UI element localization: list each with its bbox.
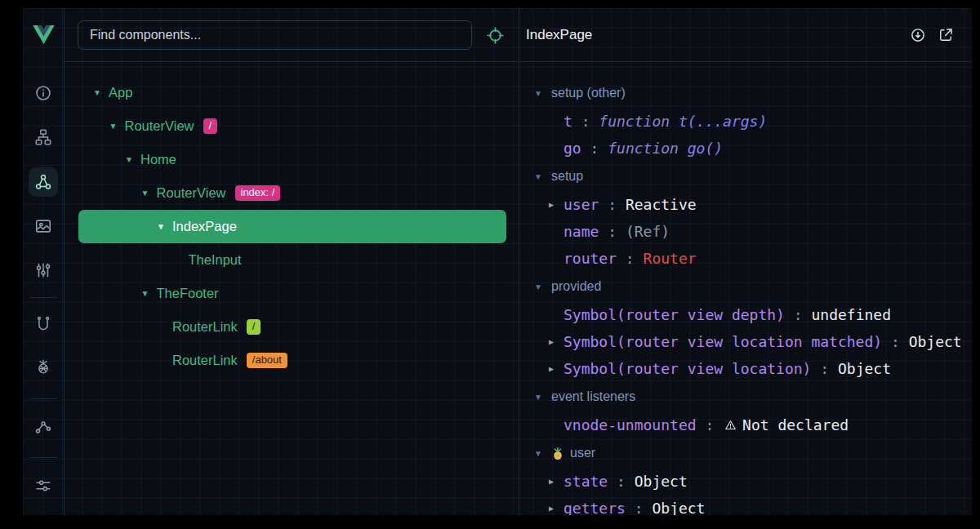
sidebar-divider [29, 297, 57, 298]
sidebar-divider [29, 398, 57, 399]
state-key: Symbol(router view location matched) [564, 333, 882, 350]
state-inspector: ▼setup (other)t : function t(...args)go … [519, 62, 972, 515]
inspector-header: IndexPage [519, 8, 972, 61]
settings-icon[interactable] [29, 471, 58, 500]
route-badge: index: / [235, 185, 281, 202]
tree-node-home-2[interactable]: ▼Home [78, 143, 506, 176]
tree-node-routerlink-8[interactable]: RouterLink/about [78, 344, 506, 377]
key-value-separator: : [811, 360, 838, 377]
section-header-setup[interactable]: ▼setup [534, 162, 962, 191]
state-value: Object [652, 500, 705, 515]
collapse-arrow-icon: ▼ [534, 89, 551, 98]
state-row-Symbol-router-view-location-matched-[interactable]: ▶Symbol(router view location matched) : … [534, 328, 962, 355]
expand-arrow-icon[interactable]: ▼ [157, 222, 172, 231]
tree-node-routerview-3[interactable]: ▼RouterViewindex: / [78, 176, 506, 210]
pinia-icon[interactable] [29, 351, 58, 380]
expand-arrow-icon[interactable]: ▼ [141, 289, 157, 298]
tree-node-routerlink-7[interactable]: RouterLink/ [78, 310, 506, 344]
state-key: name [564, 223, 599, 240]
state-key: state [564, 473, 608, 490]
sidebar [23, 8, 65, 515]
state-key: t [564, 113, 572, 130]
section-header-setup-other-[interactable]: ▼setup (other) [534, 78, 962, 108]
tree-node-indexpage-4[interactable]: ▼IndexPage [78, 210, 506, 243]
expand-arrow-icon[interactable]: ▼ [125, 155, 140, 164]
tree-node-label: App [109, 85, 132, 100]
section-header-user[interactable]: ▼user [534, 438, 962, 468]
state-row-state[interactable]: ▶state : Object [534, 468, 962, 495]
collapse-arrow-icon: ▼ [534, 282, 551, 291]
tree-node-theinput-5[interactable]: TheInput [78, 243, 506, 277]
state-row-Symbol-router-view-depth-: Symbol(router view depth) : undefined [534, 301, 962, 328]
section-title: provided [551, 279, 601, 294]
expand-arrow-icon[interactable]: ▶ [549, 200, 564, 209]
expand-arrow-icon[interactable]: ▼ [141, 189, 157, 198]
function-keyword: function [599, 113, 679, 130]
sidebar-divider [29, 457, 57, 458]
key-value-separator: : [581, 140, 608, 157]
state-value: Reactive [626, 196, 697, 213]
state-row-vnode-unmounted: vnode-unmounted : Not declared [534, 411, 962, 438]
key-value-separator: : [608, 473, 635, 490]
section-header-event-listeners[interactable]: ▼event listeners [534, 382, 962, 411]
select-component-in-page-icon[interactable] [482, 22, 508, 48]
state-value: undefined [811, 306, 891, 323]
state-key: getters [564, 500, 626, 515]
inspector-header-actions [908, 25, 956, 45]
pages-icon[interactable] [29, 211, 58, 241]
scroll-to-component-icon[interactable] [908, 25, 928, 45]
expand-arrow-icon[interactable]: ▶ [549, 364, 564, 373]
state-row-Symbol-router-view-location-[interactable]: ▶Symbol(router view location) : Object [534, 355, 962, 382]
tree-node-app-0[interactable]: ▼App [78, 76, 506, 109]
state-key: Symbol(router view depth) [564, 306, 785, 323]
levels-icon[interactable] [29, 256, 58, 285]
collapse-arrow-icon: ▼ [534, 172, 551, 181]
key-value-separator: : [617, 250, 644, 267]
key-value-separator: : [697, 416, 724, 433]
vue-devtools-window: IndexPage ▼App▼RouterView/▼Home▼RouterVi… [23, 8, 972, 515]
route-badge: / [203, 118, 218, 135]
state-value: Not declared [742, 416, 849, 433]
expand-arrow-icon[interactable]: ▶ [549, 337, 564, 346]
key-value-separator: : [599, 196, 626, 213]
state-value: Router [644, 250, 697, 267]
key-value-separator: : [882, 333, 909, 350]
components-icon[interactable] [29, 167, 58, 197]
expand-arrow-icon[interactable]: ▶ [549, 477, 564, 486]
expand-arrow-icon[interactable]: ▼ [93, 88, 109, 97]
state-row-user[interactable]: ▶user : Reactive [534, 191, 962, 218]
key-value-separator: : [626, 500, 653, 515]
state-value: Object [635, 473, 688, 490]
function-keyword: function [608, 140, 688, 157]
tree-node-label: TheInput [189, 252, 242, 268]
section-header-provided[interactable]: ▼provided [534, 272, 962, 301]
state-row-getters[interactable]: ▶getters : Object [534, 495, 962, 515]
search-input[interactable] [78, 20, 472, 50]
component-tree: ▼App▼RouterView/▼Home▼RouterViewindex: /… [65, 62, 519, 515]
hierarchy-icon[interactable] [29, 122, 58, 152]
state-key: user [564, 196, 599, 213]
tree-node-label: RouterView [157, 185, 226, 201]
tree-node-label: IndexPage [172, 219, 237, 234]
key-value-separator: : [572, 113, 599, 130]
tree-node-routerview-1[interactable]: ▼RouterView/ [78, 109, 506, 143]
collapse-arrow-icon: ▼ [534, 449, 551, 458]
tree-node-thefooter-6[interactable]: ▼TheFooter [78, 277, 506, 310]
info-icon[interactable] [29, 78, 58, 108]
state-value: Object [838, 360, 891, 377]
timeline-icon[interactable] [29, 412, 58, 442]
function-signature: t(...args) [679, 113, 767, 130]
pinia-store-icon [551, 446, 564, 460]
section-title: event listeners [551, 389, 635, 404]
collapse-arrow-icon: ▼ [534, 393, 551, 402]
routes-icon[interactable] [29, 309, 58, 339]
tree-node-label: RouterLink [172, 319, 238, 335]
open-in-editor-icon[interactable] [936, 25, 956, 45]
expand-arrow-icon[interactable]: ▼ [109, 122, 125, 131]
state-key: Symbol(router view location) [564, 360, 811, 377]
expand-arrow-icon[interactable]: ▶ [549, 504, 564, 513]
key-value-separator: : [785, 306, 812, 323]
route-badge: / [247, 319, 261, 336]
function-signature: go() [688, 140, 723, 157]
state-row-go: go : function go() [534, 135, 962, 162]
